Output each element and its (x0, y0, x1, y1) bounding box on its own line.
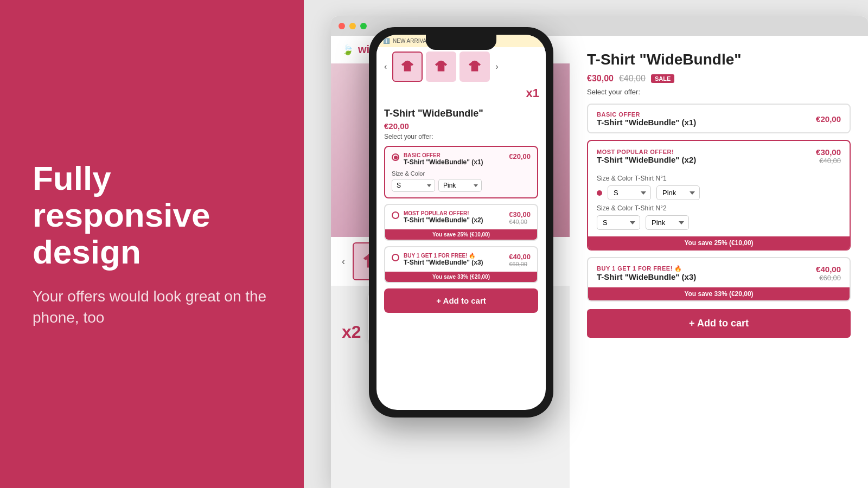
new-arrival-text: NEW ARRIVAL! (393, 38, 431, 44)
phone-thumb-next[interactable]: › (493, 60, 500, 74)
phone-offer-popular[interactable]: MOST POPULAR OFFER! T-Shirt "WideBundle"… (384, 204, 538, 241)
phone-offer-popular-header: MOST POPULAR OFFER! T-Shirt "WideBundle"… (385, 205, 537, 229)
phone-screen: ℹ️ NEW ARRIVAL! ‹ › (376, 35, 546, 410)
desktop-offer-popular-info: MOST POPULAR OFFER! T-Shirt "WideBundle"… (597, 149, 696, 164)
phone-x1-label: x1 (526, 86, 539, 100)
field-row-2: SMLXL PinkWhiteBlack (597, 215, 841, 230)
select-offer-label: Select your offer: (587, 88, 851, 96)
field-row-1: SMLXL PinkWhiteBlack (597, 185, 841, 200)
phone-offer-basic-header: BASIC OFFER T-Shirt "WideBundle" (x1) €2… (385, 147, 537, 170)
headline: Fully responsive design (33, 160, 271, 271)
phone-bogo-name: T-Shirt "WideBundle" (x3) (404, 259, 483, 266)
desktop-offer-bogo-header: BUY 1 GET 1 FOR FREE! 🔥 T-Shirt "WideBun… (588, 258, 850, 287)
phone-offer-bogo[interactable]: BUY 1 GET 1 FOR FREE! 🔥 T-Shirt "WideBun… (384, 246, 538, 283)
desktop-offer-bogo[interactable]: BUY 1 GET 1 FOR FREE! 🔥 T-Shirt "WideBun… (587, 257, 851, 301)
desktop-offer-basic-info: BASIC OFFER T-Shirt "WideBundle" (x1) (597, 111, 696, 127)
phone-popular-price-old: €40,00 (509, 219, 531, 225)
sale-badge: SALE (651, 74, 674, 83)
color-select-2[interactable]: PinkWhiteBlack (646, 215, 689, 230)
phone-popular-label: MOST POPULAR OFFER! (404, 210, 483, 216)
phone-offer-basic-left: BASIC OFFER T-Shirt "WideBundle" (x1) (392, 152, 483, 166)
price-old: €40,00 (619, 74, 646, 84)
field-label-1: Size & Color T-Shirt N°1 (597, 175, 841, 182)
phone-thumbnail-row: ‹ › (376, 47, 546, 86)
phone-bogo-price: €40,00 (509, 253, 531, 261)
desktop-basic-name: T-Shirt "WideBundle" (x1) (597, 118, 696, 127)
right-panel: 🍃 widebundle ‹ x1 (304, 0, 868, 488)
dot-indicator-1 (597, 190, 602, 196)
phone-select-label: Select your offer: (384, 133, 538, 140)
phone-bogo-text: BUY 1 GET 1 FOR FREE! 🔥 T-Shirt "WideBun… (404, 253, 483, 266)
phone-bogo-price-old: €60,00 (509, 261, 531, 267)
phone-size-select[interactable]: SML (392, 179, 435, 192)
desktop-product-info: T-Shirt "WideBundle" €30,00 €40,00 SALE … (570, 36, 868, 488)
field-label-2: Size & Color T-Shirt N°2 (597, 204, 841, 212)
desktop-offer-popular[interactable]: MOST POPULAR OFFER! T-Shirt "WideBundle"… (587, 140, 851, 251)
phone-thumb-prev[interactable]: ‹ (382, 60, 389, 74)
phone-radio-basic (392, 153, 399, 161)
phone-popular-name: T-Shirt "WideBundle" (x2) (404, 216, 483, 224)
desktop-bogo-name: T-Shirt "WideBundle" (x3) (597, 272, 696, 281)
desktop-offer-bogo-info: BUY 1 GET 1 FOR FREE! 🔥 T-Shirt "WideBun… (597, 265, 696, 281)
close-dot (339, 23, 345, 29)
phone-price: €20,00 (384, 121, 538, 131)
desktop-bogo-prices: €40,00 €60,00 (816, 265, 841, 282)
phone-add-to-cart-button[interactable]: + Add to cart (384, 288, 538, 313)
color-select-1[interactable]: PinkWhiteBlack (656, 185, 700, 200)
phone-bogo-savings: You save 33% (€20,00) (385, 272, 537, 282)
brand-logo-icon: 🍃 (342, 44, 354, 56)
phone-product-section: T-Shirt "WideBundle" €20,00 Select your … (376, 100, 546, 313)
desktop-offer-popular-header: MOST POPULAR OFFER! T-Shirt "WideBundle"… (588, 141, 850, 170)
add-to-cart-button-desktop[interactable]: + Add to cart (587, 309, 851, 338)
phone-basic-name: T-Shirt "WideBundle" (x1) (404, 158, 483, 166)
size-select-2[interactable]: SMLXL (597, 215, 640, 230)
desktop-basic-price: €20,00 (816, 114, 841, 124)
phone-mockup: ℹ️ NEW ARRIVAL! ‹ › (369, 27, 553, 418)
phone-offer-bogo-left: BUY 1 GET 1 FOR FREE! 🔥 T-Shirt "WideBun… (392, 253, 483, 266)
phone-notch (426, 35, 496, 50)
phone-basic-text: BASIC OFFER T-Shirt "WideBundle" (x1) (404, 152, 483, 166)
size-select-1[interactable]: SMLXL (608, 185, 651, 200)
phone-popular-prices: €30,00 €40,00 (509, 210, 531, 225)
expand-dot (360, 23, 367, 29)
phone-thumb-tshirt-3 (467, 59, 482, 74)
phone-basic-selects: SML PinkWhite (392, 179, 531, 192)
price-current: €30,00 (587, 74, 614, 84)
phone-basic-fields: Size & Color SML PinkWhite (385, 170, 537, 197)
phone-offer-popular-left: MOST POPULAR OFFER! T-Shirt "WideBundle"… (392, 210, 483, 224)
phone-product-title: T-Shirt "WideBundle" (384, 108, 538, 119)
phone-radio-bogo (392, 254, 399, 261)
phone-thumb-1[interactable] (392, 52, 423, 82)
phone-basic-field-label: Size & Color (392, 170, 531, 177)
desktop-popular-label: MOST POPULAR OFFER! (597, 149, 696, 155)
phone-inner: ℹ️ NEW ARRIVAL! ‹ › (376, 35, 546, 410)
thumb-prev-arrow[interactable]: ‹ (340, 254, 347, 269)
phone-thumb-3[interactable] (459, 52, 490, 82)
phone-radio-popular (392, 211, 399, 219)
phone-offer-basic[interactable]: BASIC OFFER T-Shirt "WideBundle" (x1) €2… (384, 146, 538, 198)
desktop-offer-basic-header: BASIC OFFER T-Shirt "WideBundle" (x1) €2… (588, 105, 850, 132)
left-panel: Fully responsive design Your offers woul… (0, 0, 304, 488)
desktop-bogo-price-old: €60,00 (816, 274, 841, 282)
desktop-popular-price-old: €40,00 (816, 157, 841, 165)
desktop-basic-label: BASIC OFFER (597, 111, 696, 118)
desktop-bogo-price: €40,00 (816, 265, 841, 274)
desktop-popular-prices: €30,00 €40,00 (816, 147, 841, 165)
phone-bogo-prices: €40,00 €60,00 (509, 253, 531, 267)
desktop-popular-fields: Size & Color T-Shirt N°1 SMLXL PinkWhite… (588, 175, 850, 236)
phone-popular-price: €30,00 (509, 210, 531, 219)
desktop-bogo-savings: You save 33% (€20,00) (588, 287, 850, 300)
phone-basic-price: €20,00 (509, 152, 531, 160)
x2-badge: x2 (342, 322, 361, 342)
phone-popular-text: MOST POPULAR OFFER! T-Shirt "WideBundle"… (404, 210, 483, 224)
phone-color-select[interactable]: PinkWhite (438, 179, 482, 192)
desktop-offer-basic[interactable]: BASIC OFFER T-Shirt "WideBundle" (x1) €2… (587, 104, 851, 133)
desktop-popular-price: €30,00 (816, 147, 841, 157)
phone-offer-bogo-header: BUY 1 GET 1 FOR FREE! 🔥 T-Shirt "WideBun… (385, 247, 537, 272)
price-row: €30,00 €40,00 SALE (587, 74, 851, 84)
phone-thumb-tshirt-1 (400, 59, 415, 74)
product-title-desktop: T-Shirt "WideBundle" (587, 51, 851, 68)
phone-thumb-2[interactable] (426, 52, 456, 82)
phone-basic-label: BASIC OFFER (404, 152, 483, 158)
info-icon: ℹ️ (383, 38, 390, 44)
